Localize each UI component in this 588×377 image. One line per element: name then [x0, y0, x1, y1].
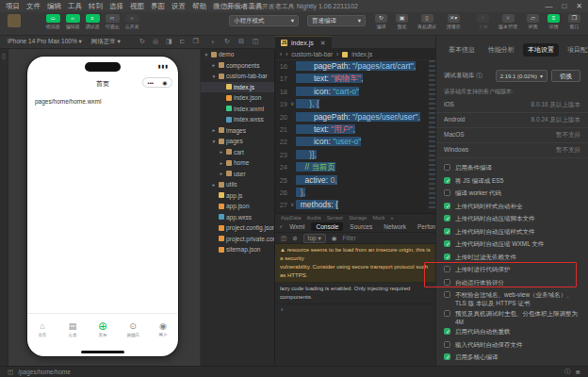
- setting-checkbox-row[interactable]: 启用条件编译: [444, 163, 580, 174]
- debugger-tab[interactable]: Audits: [306, 215, 320, 221]
- console-info[interactable]: lazy code loading is enabled. Only injec…: [275, 283, 435, 304]
- console-prompt[interactable]: ›: [275, 304, 435, 315]
- simulator-control-icon[interactable]: ❐: [192, 38, 198, 45]
- toolbar-action-button[interactable]: ❐窗口: [568, 14, 580, 30]
- file-tree-row[interactable]: ▸ components: [201, 60, 274, 72]
- setting-checkbox-row[interactable]: 启用代码自动热重载: [444, 327, 580, 338]
- simulator-control-icon[interactable]: ⊏: [180, 38, 186, 45]
- current-page-path[interactable]: /pages/home/home: [18, 369, 71, 375]
- close-tab-icon[interactable]: ✕: [320, 40, 326, 47]
- setting-checkbox-row[interactable]: 编译 worker 代码: [444, 188, 580, 200]
- checkbox[interactable]: [444, 240, 450, 247]
- file-tree-row[interactable]: sitemap.json: [201, 244, 274, 255]
- menu-item[interactable]: 转到: [89, 2, 103, 11]
- setting-checkbox-row[interactable]: 上传时过滤无依赖文件: [444, 253, 580, 264]
- console-sidebar-icon[interactable]: ◫: [281, 235, 286, 242]
- console-filter-input[interactable]: Filter: [342, 235, 355, 241]
- eye-icon[interactable]: ◉: [332, 235, 337, 242]
- setting-checkbox-row[interactable]: 上传代码时样式自动补全: [444, 202, 580, 213]
- setting-checkbox-row[interactable]: 预览及真机调试时主包、分包体积上限调整为4M: [444, 309, 580, 326]
- debugger-tab[interactable]: Mock: [372, 215, 384, 221]
- compile-mode-select[interactable]: 普通编译▾: [307, 15, 366, 26]
- toolbar-action-button[interactable]: ▯真机调试: [416, 14, 437, 30]
- checkbox[interactable]: [444, 189, 450, 196]
- view-toggle-button[interactable]: ≋云开发: [124, 14, 139, 30]
- phone-tab-item[interactable]: ⊙ 购物车: [118, 314, 148, 345]
- network-select[interactable]: 网络正常 ▾: [91, 38, 121, 46]
- setting-checkbox-row[interactable]: 将 JS 编译成 ES5: [444, 176, 580, 188]
- view-toggle-button[interactable]: ⊓可视化: [105, 14, 120, 30]
- setting-checkbox-row[interactable]: 上传代码时自动压缩脚本文件: [444, 214, 580, 225]
- toolbar-action-button[interactable]: ↑上传: [477, 14, 489, 30]
- phone-tab-item[interactable]: ⊕ 发布: [88, 314, 118, 345]
- nav-forward-icon[interactable]: ›: [286, 51, 287, 57]
- setting-checkbox-row[interactable]: 上传代码时自动压缩样式文件: [444, 227, 580, 238]
- setting-checkbox-row[interactable]: 自动运行体验评分: [444, 278, 580, 289]
- view-toggle-button[interactable]: ▭模拟器: [45, 14, 60, 30]
- checkbox[interactable]: [444, 328, 450, 335]
- avatar[interactable]: [8, 14, 21, 27]
- view-toggle-button[interactable]: ‹›编辑器: [65, 14, 80, 30]
- file-tree-row[interactable]: ▾ custom-tab-bar: [201, 71, 274, 82]
- console-warning[interactable]: ▲ resource seems to be load from an inse…: [275, 244, 435, 283]
- menu-item[interactable]: 帮助: [192, 2, 206, 11]
- phone-tab-item[interactable]: ◉ 用户: [148, 314, 178, 345]
- checkbox[interactable]: [444, 353, 450, 360]
- menu-item[interactable]: 项目: [6, 2, 20, 11]
- debugger-tab[interactable]: Network: [379, 222, 411, 231]
- toolbar-action-button[interactable]: ⑂版本管理: [498, 14, 518, 30]
- toolbar-action-button[interactable]: ≡详情: [547, 14, 560, 30]
- phone-tab-item[interactable]: ▤ 分类: [57, 314, 88, 345]
- checkbox[interactable]: [444, 341, 450, 348]
- nav-back-icon[interactable]: ‹: [280, 51, 282, 57]
- menu-item[interactable]: 编辑: [47, 2, 61, 11]
- file-tree-row[interactable]: ▾ pages: [201, 136, 274, 147]
- phone-icon[interactable]: ▯: [2, 53, 6, 59]
- maximize-icon[interactable]: □: [562, 2, 566, 10]
- toolbar-action-button[interactable]: ▱评测: [527, 14, 539, 30]
- setting-checkbox-row[interactable]: 启用多核心编译: [444, 352, 580, 364]
- minimap[interactable]: [429, 60, 435, 211]
- file-tree-row[interactable]: ▸ cart: [201, 147, 274, 158]
- menu-item[interactable]: 选择: [109, 2, 123, 11]
- checkbox[interactable]: [444, 215, 450, 221]
- file-tree-row[interactable]: project.private.config.json: [201, 234, 274, 245]
- mode-select[interactable]: 小程序模式▾: [229, 15, 299, 26]
- explorer-tool-icon[interactable]: ◫: [253, 38, 259, 47]
- miniprogram-capsule[interactable]: ••• ◉: [142, 77, 172, 88]
- toolbar-action-button[interactable]: ↻编译: [375, 14, 387, 30]
- debugger-tab[interactable]: »: [391, 215, 394, 221]
- list-icon[interactable]: ≣: [576, 369, 580, 376]
- switch-lib-button[interactable]: 切换: [551, 70, 580, 82]
- checkbox[interactable]: [444, 228, 450, 235]
- file-tree-row[interactable]: index.js: [201, 82, 274, 93]
- minimize-icon[interactable]: —: [545, 2, 552, 10]
- checkbox[interactable]: [444, 203, 450, 209]
- file-tree-row[interactable]: app.wxss: [201, 212, 274, 223]
- phone-mockup[interactable]: ▮▮▮ 首页 ••• ◉ pages/home/home.wxml ⌂ 首页 ▤…: [27, 57, 178, 356]
- phone-tab-item[interactable]: ⌂ 首页: [27, 314, 57, 345]
- debugger-tab[interactable]: Wxml: [285, 222, 309, 231]
- checkbox[interactable]: [444, 254, 450, 260]
- menu-item[interactable]: 设置: [172, 2, 186, 11]
- file-tree-row[interactable]: ▸ user: [201, 169, 274, 180]
- code-area[interactable]: 16 pagePath: "/pages/cart/cart",17 text:…: [275, 60, 435, 212]
- clear-console-icon[interactable]: ⊘: [292, 235, 297, 242]
- device-select[interactable]: iPhone 14 Pro Max 100% ▾: [8, 38, 82, 46]
- checkbox[interactable]: [444, 164, 450, 171]
- toolbar-action-button[interactable]: ▣预览: [396, 14, 408, 30]
- pane-icon[interactable]: ◫: [8, 369, 13, 376]
- explorer-tool-icon[interactable]: ⊟: [238, 38, 244, 47]
- setting-checkbox-row[interactable]: 上传代码时自动压缩 WXML 文件: [444, 239, 580, 251]
- file-tree-row[interactable]: ▾ demo: [201, 49, 274, 60]
- file-tree-row[interactable]: index.json: [201, 92, 274, 104]
- debugger-tab[interactable]: Sensor: [327, 215, 343, 221]
- simulator-control-icon[interactable]: ◎: [153, 38, 158, 45]
- menu-item[interactable]: 视图: [130, 2, 144, 11]
- explorer-tool-icon[interactable]: ＋: [209, 38, 216, 47]
- file-tree-row[interactable]: ▸ utils: [201, 179, 274, 190]
- menu-item[interactable]: 界面: [151, 2, 165, 11]
- file-tree-row[interactable]: app.js: [201, 190, 274, 202]
- debugger-tab[interactable]: AppData: [281, 215, 301, 221]
- simulator-control-icon[interactable]: ↻: [139, 38, 145, 45]
